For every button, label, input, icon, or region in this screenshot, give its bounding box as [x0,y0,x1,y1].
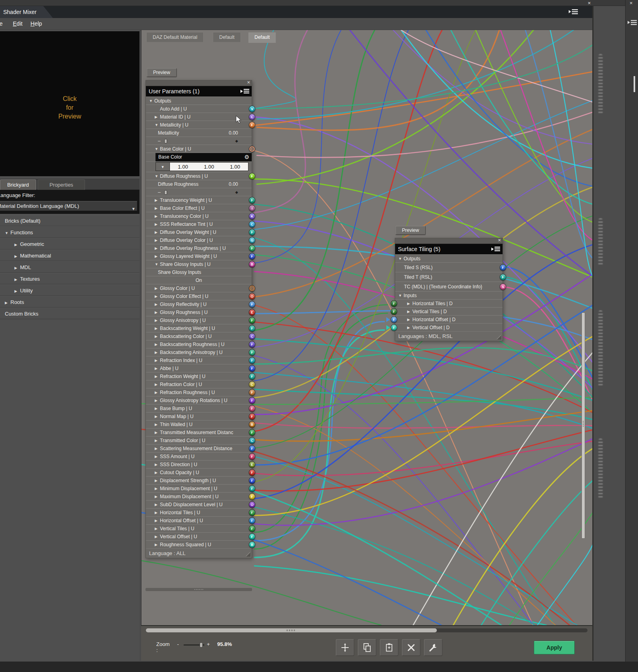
canvas-vertical-scrollbar[interactable] [581,312,585,539]
connector-port[interactable]: F [249,122,255,128]
parameter-row[interactable]: ▶Thin Walled | UB [146,420,252,428]
connector-port[interactable]: K [249,213,255,219]
output-row[interactable]: TC (MDL) | {Texture Coordinate Info}S [395,282,503,291]
section-header[interactable]: ▼Outputs [395,254,503,262]
connector-port[interactable]: C [249,437,255,444]
connector-port[interactable]: O [249,293,255,300]
preview-button[interactable]: Preview [396,226,426,235]
parameter-row[interactable]: ▶Abbe | UF [146,364,252,372]
input-row[interactable]: ▶Horizontal Offset | DF [395,315,503,323]
zoom-in-button[interactable]: + [207,641,210,647]
connector-port[interactable]: F [249,365,255,372]
connector-port[interactable]: F [249,405,255,412]
parameter-row[interactable]: ▶Base Bump | UF [146,404,252,412]
tree-item-bricks-default-[interactable]: Bricks (Default) [0,215,139,226]
node-horizontal-scrollbar[interactable] [145,588,252,591]
canvas-tab-2[interactable]: Default [248,32,276,43]
node-close-icon[interactable]: × [247,79,250,85]
tree-item-textures[interactable]: ▶Textures [0,273,139,284]
preview-button[interactable]: Preview [147,68,177,77]
connector-port[interactable]: O [249,501,255,508]
parameter-row[interactable]: ▶Cutout Opacity | UF [146,468,252,476]
canvas-tab-1[interactable]: Default [213,32,241,42]
apply-button[interactable]: Apply [534,641,575,654]
connector-port[interactable]: F [249,245,255,251]
section-header[interactable]: ▼Inputs [395,291,503,299]
tree-item-mdl[interactable]: ▶MDL [0,261,139,273]
node-title[interactable]: User Parameters (1) [146,86,252,97]
connector-port[interactable]: F [249,509,255,516]
node-canvas[interactable]: DAZ Default MaterialDefaultDefault Previ… [141,30,592,625]
connector-port[interactable]: F [249,325,255,332]
connector-port[interactable]: S [500,284,506,290]
connector-port[interactable]: B [249,421,255,428]
parameter-value-row[interactable]: Share Glossy Inputs [146,268,252,276]
section-header[interactable]: ▼Outputs [146,97,252,105]
dock-scroll-handle[interactable] [634,76,635,92]
connector-port[interactable]: F [249,301,255,308]
connector-port[interactable]: F [249,485,255,492]
connector-port[interactable]: F [249,453,255,460]
parameter-row[interactable]: ▶Backscattering Roughness | UF [146,340,252,348]
parameter-row[interactable]: ▶Diffuse Overlay Color | UG [146,236,252,244]
parameter-row[interactable]: ▶SSS Direction | UE [146,460,252,468]
preview-placeholder[interactable]: Click for Preview [0,31,139,176]
parameter-slider-row[interactable]: –◆ [146,188,252,196]
delete-button[interactable] [402,639,420,656]
parameter-row[interactable]: ▶Backscattering Weight | UF [146,324,252,332]
parameter-row[interactable]: ▶Scattering Measurement DistanceF [146,444,252,452]
connector-port[interactable]: F [249,493,255,500]
tree-item-utility[interactable]: ▶Utility [0,284,139,296]
connector-port[interactable]: F [249,445,255,452]
value-slider[interactable]: –◆ [158,188,241,196]
parameter-row[interactable]: ▼Diffuse Roughness | UF [146,172,252,180]
connector-port[interactable]: F [249,533,255,540]
tree-item-functions[interactable]: ▼Functions [0,226,139,238]
connector-port[interactable]: V [249,106,255,112]
connector-port[interactable]: F [249,373,255,380]
dock-menu-icon[interactable] [627,18,638,26]
parameter-row[interactable]: ▶SSS Amount | UF [146,452,252,460]
node-menu-icon[interactable] [491,245,501,253]
connector-port[interactable]: C [249,221,255,227]
connector-port[interactable]: C [249,114,255,120]
parameter-row[interactable]: ▶Refraction Roughness | UF [146,388,252,396]
connector-port[interactable]: C [249,381,255,388]
pane-options-menu-icon[interactable] [568,8,579,16]
color-values-row[interactable]: ▼1.001.001.00 [146,161,252,172]
parameter-row[interactable]: ▶Displacement Strength | UF [146,476,252,484]
connector-port[interactable]: F [391,324,397,331]
output-row[interactable]: Tiled T (RSL)F [395,272,503,282]
tree-item-custom-bricks[interactable]: Custom Bricks [0,308,139,319]
zoom-out-button[interactable]: - [177,641,179,647]
parameter-value-row[interactable]: Diffuse Roughness0.00 [146,180,252,188]
connector-port[interactable]: F [249,317,255,324]
connector-port[interactable]: F [249,469,255,476]
gear-icon[interactable]: ⚙ [244,153,249,161]
parameter-row[interactable]: ▶Glossy Color Effect | UO [146,292,252,300]
paste-button[interactable] [380,639,398,656]
connector-port[interactable]: C [249,146,255,152]
surface-tiling-node[interactable]: ×Surface Tiling (5)▼OutputsTiled S (RSL)… [395,238,503,341]
tab-properties[interactable]: Properties [38,179,85,190]
connector-port[interactable]: F [249,253,255,260]
connector-port[interactable]: G [249,237,255,243]
connector-port[interactable]: F [500,274,506,280]
value-slider[interactable]: –◆ [158,137,241,145]
input-row[interactable]: ▶Vertical Tiles | DF [395,307,503,315]
canvas-horizontal-scrollbar[interactable] [146,628,588,632]
connector-port[interactable]: B [249,541,255,548]
parameter-row[interactable]: ▶Translucency Color | UK [146,212,252,220]
color-group-header[interactable]: Base Color⚙ [146,153,252,161]
parameter-row[interactable]: ▶Normal Map | UF [146,412,252,420]
parameter-row[interactable]: ▶Glossy Roughness | UE [146,308,252,316]
parameter-row[interactable]: ▶Glossy Reflectivity | UF [146,300,252,308]
close-icon[interactable]: × [630,0,633,6]
connector-port[interactable]: F [391,308,397,315]
parameter-row[interactable]: ▶Refraction Index | UF [146,356,252,364]
copy-button[interactable] [358,639,376,656]
parameter-row[interactable]: ▶Glossy Color | UO [146,284,252,292]
node-title[interactable]: Surface Tiling (5) [395,244,503,254]
connector-port[interactable]: F [249,525,255,532]
output-row[interactable]: Tiled S (RSL)F [395,262,503,272]
